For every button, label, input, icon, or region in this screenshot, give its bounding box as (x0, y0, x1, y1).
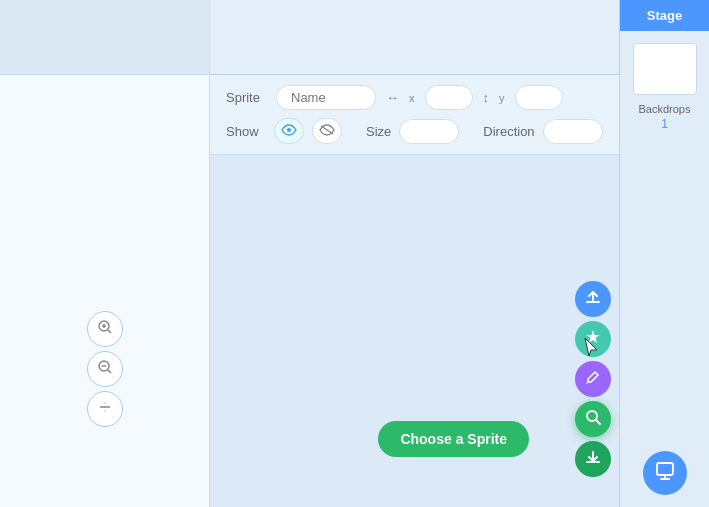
sprite-actions (575, 281, 611, 477)
svg-rect-12 (657, 463, 673, 475)
y-input[interactable] (515, 85, 563, 110)
sparkle-icon (584, 328, 602, 350)
zoom-out-button[interactable] (87, 351, 123, 387)
download-icon (584, 448, 602, 470)
search-sprite-button[interactable] (575, 401, 611, 437)
left-panel-content (0, 75, 209, 507)
svg-point-9 (287, 128, 291, 132)
fit-button[interactable] (87, 391, 123, 427)
zoom-in-button[interactable] (87, 311, 123, 347)
eye-icon (281, 123, 297, 139)
direction-input[interactable] (543, 119, 603, 144)
x-input[interactable] (425, 85, 473, 110)
zoom-in-icon (97, 319, 113, 339)
show-row: Show Size Direction (226, 118, 603, 144)
sprite-name-input[interactable] (276, 85, 376, 110)
main-area: Sprite ↔ x ↕ y Show (210, 0, 619, 507)
sprite-name-row: Sprite ↔ x ↕ y (226, 85, 603, 110)
sprite-canvas: Choose a Sprite (210, 155, 619, 507)
left-panel (0, 0, 210, 507)
zoom-controls (87, 311, 123, 427)
upload-icon (584, 288, 602, 310)
size-label: Size (366, 124, 391, 139)
sprite-label: Sprite (226, 90, 266, 105)
show-visible-button[interactable] (274, 118, 304, 144)
right-panel: Stage Backdrops 1 (619, 0, 709, 507)
surprise-sprite-button[interactable] (575, 321, 611, 357)
brush-icon (584, 368, 602, 390)
eye-slash-icon (319, 123, 335, 139)
choose-sprite-button[interactable]: Choose a Sprite (378, 421, 529, 457)
show-label: Show (226, 124, 266, 139)
upload-sprite-button[interactable] (575, 281, 611, 317)
backdrops-label: Backdrops (639, 103, 691, 115)
stage-preview[interactable] (633, 43, 697, 95)
zoom-out-icon (97, 359, 113, 379)
size-input[interactable] (399, 119, 459, 144)
paint-sprite-button[interactable] (575, 361, 611, 397)
sprite-controls: Sprite ↔ x ↕ y Show (210, 75, 619, 155)
svg-line-6 (108, 370, 111, 373)
stage-edit-icon (655, 461, 675, 486)
svg-line-11 (596, 420, 600, 424)
svg-line-3 (108, 330, 111, 333)
stage-action-button[interactable] (643, 451, 687, 495)
x-label: x (409, 92, 415, 104)
stage-header: Stage (620, 0, 709, 31)
search-icon (584, 408, 602, 430)
show-hidden-button[interactable] (312, 118, 342, 144)
download-sprite-button[interactable] (575, 441, 611, 477)
x-axis-icon: ↔ (386, 90, 399, 105)
backdrops-count: 1 (661, 117, 668, 131)
fit-icon (97, 399, 113, 419)
left-panel-top (0, 0, 209, 75)
direction-label: Direction (483, 124, 534, 139)
y-label: y (499, 92, 505, 104)
y-axis-icon: ↕ (483, 90, 490, 105)
top-bar (210, 0, 619, 75)
